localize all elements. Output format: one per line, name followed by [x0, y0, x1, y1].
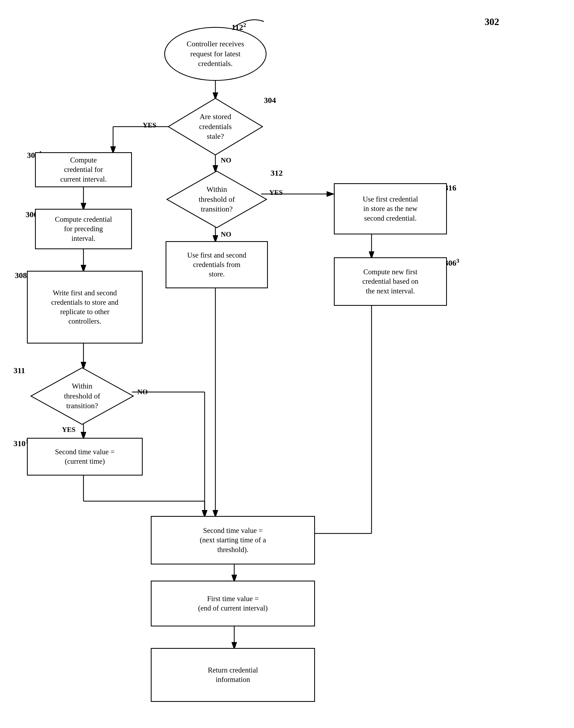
diamond-311: Withinthreshold oftransition?	[30, 367, 135, 426]
node-304-label: 304	[264, 95, 276, 105]
node-309: First time value =(end of current interv…	[151, 581, 315, 626]
node-3101: Second time value =(current time)	[27, 438, 143, 475]
yes-312-label: YES	[269, 189, 283, 197]
diamond-304-container: Are storedcredentialsstale?	[167, 97, 264, 156]
node-112-2-label: 1122	[232, 22, 246, 32]
no-304-label: NO	[221, 156, 231, 164]
no-312-label: NO	[221, 230, 231, 238]
diamond-312-container: Withinthreshold oftransition?	[166, 170, 268, 229]
node-3062: Compute credentialfor precedinginterval.	[35, 209, 132, 249]
node-3102: Second time value =(next starting time o…	[151, 516, 315, 565]
node-3063: Compute new firstcredential based onthe …	[334, 257, 447, 306]
diamond-311-text: Withinthreshold oftransition?	[64, 381, 100, 411]
yes-304-label: YES	[143, 121, 156, 129]
flowchart-diagram: 302 Controller receives request for late…	[0, 0, 574, 728]
start-node: Controller receives request for latest c…	[164, 27, 266, 81]
node-1142: Return credentialinformation	[151, 648, 315, 702]
node-3101-label: 3101	[13, 438, 29, 448]
diamond-312-text: Withinthreshold oftransition?	[199, 185, 235, 214]
yes-311-label: YES	[62, 426, 76, 434]
no-311-label: NO	[137, 388, 148, 396]
node-312-label: 312	[271, 168, 283, 178]
diamond-304: Are storedcredentialsstale?	[167, 97, 264, 156]
node-314: Use first and secondcredentials fromstor…	[166, 241, 268, 288]
node-308-label: 308	[15, 271, 27, 280]
node-316: Use first credentialin store as the news…	[334, 183, 447, 234]
node-3061: Computecredential forcurrent interval.	[35, 152, 132, 187]
diamond-312: Withinthreshold oftransition?	[166, 170, 268, 229]
node-308: Write first and secondcredentials to sto…	[27, 271, 143, 344]
diamond-311-container: Withinthreshold oftransition?	[30, 367, 135, 426]
node-311-label: 311	[13, 366, 25, 375]
diamond-304-text: Are storedcredentialsstale?	[199, 112, 232, 141]
ref-302-label: 302	[485, 16, 499, 28]
